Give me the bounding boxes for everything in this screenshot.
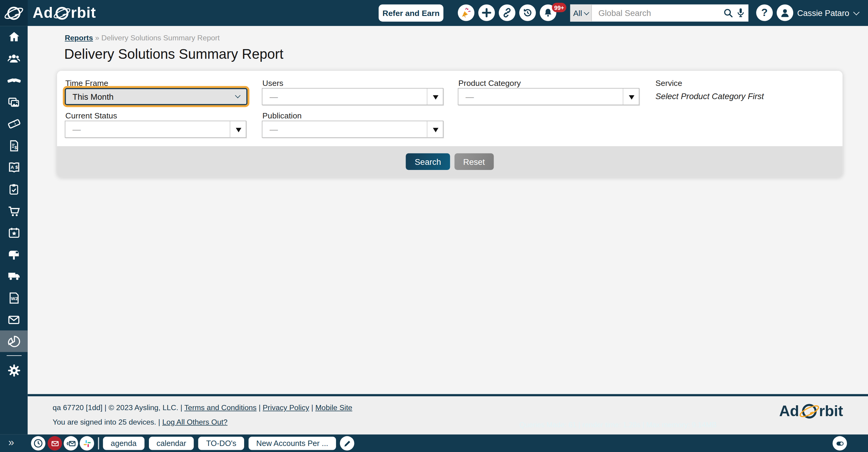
global-search-bar: All — [570, 4, 748, 22]
caret-down-icon — [236, 128, 241, 132]
sidebar-item-invoices[interactable]: $ — [0, 135, 28, 156]
footer-legal-line: qa 67720 [1dd] | © 2023 Aysling, LLC. | … — [53, 403, 352, 412]
product-category-value: — — [466, 92, 474, 101]
help-button[interactable]: ? — [756, 4, 773, 21]
sidebar-item-mail[interactable] — [0, 309, 28, 330]
privacy-link[interactable]: Privacy Policy — [263, 403, 309, 412]
sidebar-item-delivery[interactable] — [0, 265, 28, 287]
mailbox-icon — [7, 248, 21, 261]
collapse-chevrons-icon[interactable]: » — [8, 436, 14, 448]
multiselect-divider — [427, 121, 427, 137]
time-frame-label: Time Frame — [65, 79, 108, 87]
footer-version-copyright: qa 67720 [1dd] | © 2023 Aysling, LLC. | — [53, 403, 182, 412]
sidebar-item-w2[interactable]: W2 — [0, 287, 28, 309]
invoice-dollar-glyph: $ — [14, 145, 17, 150]
search-button[interactable]: Search — [406, 153, 450, 170]
caret-down-icon — [433, 95, 438, 100]
app-logo[interactable] — [0, 0, 28, 26]
page-footer: qa 67720 [1dd] | © 2023 Aysling, LLC. | … — [28, 394, 868, 437]
sidebar-item-tasks[interactable] — [0, 179, 28, 200]
chevron-down-icon — [853, 9, 860, 15]
person-icon — [779, 7, 791, 19]
sidebar-item-deals[interactable] — [0, 70, 28, 91]
quick-add-button[interactable] — [478, 4, 495, 21]
events-calendar-icon — [7, 226, 20, 239]
terms-link[interactable]: Terms and Conditions — [184, 403, 256, 412]
taskbar-shortcuts: agenda calendar TO-DO's New Accounts Per… — [103, 437, 336, 450]
debug-stats-watermark: Queries Made: 61 | render time: 1.28s | … — [519, 421, 717, 429]
current-status-value: — — [73, 124, 81, 134]
sidebar-item-home[interactable] — [0, 26, 28, 47]
party-popper-icon — [460, 7, 472, 19]
edit-shortcuts-button[interactable] — [340, 436, 354, 451]
whats-new-button[interactable] — [458, 4, 474, 21]
user-avatar[interactable] — [777, 4, 793, 21]
taskbar-pill-new-accounts[interactable]: New Accounts Per ... — [249, 437, 336, 450]
taskbar-pill-calendar[interactable]: calendar — [149, 437, 194, 450]
current-status-multiselect[interactable]: — — [65, 121, 246, 138]
publication-label: Publication — [262, 111, 302, 120]
brand-orbit-o-icon — [54, 5, 70, 22]
taskbar-pill-agenda[interactable]: agenda — [103, 437, 144, 450]
users-multiselect[interactable]: — — [262, 88, 443, 105]
publication-multiselect[interactable]: — — [262, 121, 443, 138]
slack-button[interactable] — [80, 436, 94, 451]
sidebar-item-ledger[interactable]: A $ — [0, 156, 28, 178]
product-category-multiselect[interactable]: — — [458, 88, 639, 105]
sidebar-item-orders[interactable] — [0, 113, 28, 135]
recent-activity-button[interactable] — [31, 436, 45, 451]
quick-links-button[interactable] — [499, 4, 516, 21]
contacts-group-icon — [7, 52, 21, 65]
caret-down-icon — [433, 128, 438, 132]
mobile-site-link[interactable]: Mobile Site — [315, 403, 352, 412]
user-menu[interactable]: Cassie Pataro — [797, 0, 859, 26]
signed-in-devices-text: You are signed into 25 devices. | — [53, 418, 160, 426]
log-others-out-link[interactable]: Log All Others Out? — [162, 418, 227, 426]
multiselect-divider — [623, 89, 623, 104]
orbit-logo-icon — [3, 2, 24, 24]
sidebar-item-media[interactable] — [0, 91, 28, 113]
sidebar-item-events[interactable] — [0, 222, 28, 244]
ledger-dollar-glyph: $ — [15, 164, 18, 170]
slack-icon — [82, 439, 92, 448]
footer-separator: | — [258, 403, 260, 412]
question-mark-icon: ? — [761, 7, 768, 19]
sidebar-item-settings[interactable] — [0, 359, 28, 381]
footer-orbit-o-icon — [799, 402, 819, 420]
time-frame-select[interactable]: This Month — [65, 88, 247, 105]
shopping-cart-icon — [7, 204, 21, 218]
envelope-icon — [7, 313, 21, 326]
user-name-label: Cassie Pataro — [797, 8, 849, 18]
brand-wordmark: Ad rbit — [33, 0, 96, 26]
delivery-truck-icon — [7, 269, 21, 283]
home-icon — [7, 30, 20, 43]
ledger-a-glyph: A — [10, 164, 13, 170]
sidebar-item-store[interactable] — [0, 200, 28, 222]
search-icon[interactable] — [722, 7, 734, 19]
multiselect-divider — [427, 89, 427, 104]
report-filter-panel: Time Frame This Month Users — Product Ca… — [57, 71, 842, 177]
unread-mail-button[interactable] — [48, 436, 62, 451]
service-hint: Select Product Category First — [655, 91, 764, 101]
taskbar-pill-todos[interactable]: TO-DO's — [198, 437, 244, 450]
settings-gear-icon — [7, 363, 21, 377]
brand-ad: Ad — [33, 4, 53, 22]
send-message-button[interactable] — [64, 436, 78, 451]
search-scope-select[interactable]: All — [570, 4, 592, 22]
page-title: Delivery Solutions Summary Report — [64, 46, 283, 62]
send-mail-icon — [66, 438, 76, 449]
left-nav-sidebar: $ A $ — [0, 26, 28, 434]
taskbar-toggle-button[interactable] — [832, 436, 847, 451]
sidebar-item-mailbox[interactable] — [0, 244, 28, 265]
users-label: Users — [262, 79, 284, 87]
top-header-bar: Ad rbit Refer and Earn — [0, 0, 868, 26]
breadcrumb-reports-link[interactable]: Reports — [65, 34, 93, 42]
voice-search-mic-icon[interactable] — [735, 7, 746, 19]
ticket-icon — [7, 117, 21, 131]
sidebar-item-contacts[interactable] — [0, 48, 28, 70]
sidebar-item-reports[interactable] — [0, 330, 28, 352]
history-clock-icon — [522, 7, 533, 19]
recent-history-button[interactable] — [519, 4, 536, 21]
refer-and-earn-button[interactable]: Refer and Earn — [378, 4, 443, 22]
reset-button[interactable]: Reset — [454, 153, 494, 170]
